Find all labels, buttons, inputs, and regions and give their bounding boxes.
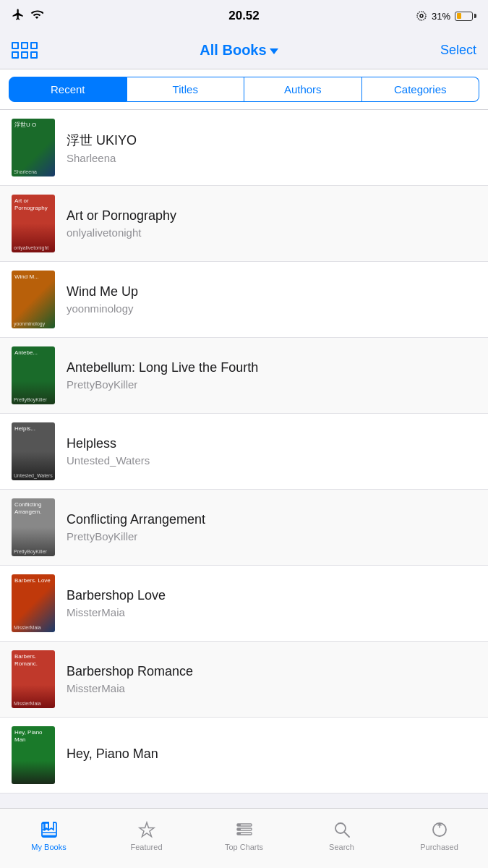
cover-title-text: 浮世U O <box>12 119 55 132</box>
svg-point-0 <box>420 14 423 17</box>
airplane-icon <box>12 8 25 24</box>
book-cover: Hey, Piano Man <box>12 726 55 784</box>
book-author: Sharleena <box>67 152 476 164</box>
dropdown-arrow-icon <box>270 48 278 54</box>
list-item[interactable]: Helpls... Untested_Waters Helpless Untes… <box>0 414 488 490</box>
svg-rect-7 <box>237 833 241 835</box>
tab-bar-item-search[interactable]: Search <box>293 820 390 857</box>
list-item[interactable]: Antebe... PrettyBoyKiller Antebellum: Lo… <box>0 338 488 414</box>
cover-author-text: PrettyBoyKiller <box>14 397 53 402</box>
all-books-label: All Books <box>200 42 266 59</box>
book-title: 浮世 UKIYO <box>67 132 476 149</box>
book-author: Untested_Waters <box>67 454 476 467</box>
search-label: Search <box>329 843 354 851</box>
status-bar: 20.52 31% <box>0 0 488 32</box>
book-title: Barbershop Love <box>67 588 476 603</box>
tab-recent[interactable]: Recent <box>9 77 127 102</box>
cover-title-text: Wind M... <box>12 271 55 284</box>
cover-author-text: MissterMaia <box>14 625 53 630</box>
book-info: Barbershop Love MissterMaia <box>67 588 476 618</box>
featured-icon <box>137 820 157 840</box>
book-cover: Wind M... yoonminology <box>12 271 55 328</box>
top-charts-label: Top Charts <box>225 843 263 851</box>
book-cover: Barbers. Romanc. MissterMaia <box>12 650 55 708</box>
status-left-icons <box>12 8 43 24</box>
cover-author-text: onlyalivetonight <box>14 245 53 250</box>
book-author: onlyalivetonight <box>67 226 476 239</box>
list-item[interactable]: Barbers. Love MissterMaia Barbershop Lov… <box>0 566 488 642</box>
wifi-icon <box>30 8 43 24</box>
status-time: 20.52 <box>228 9 260 23</box>
my-books-label: My Books <box>31 843 66 851</box>
book-cover: 浮世U O Sharleena <box>12 119 55 176</box>
book-info: Barbershop Romance MissterMaia <box>67 664 476 694</box>
battery-icon <box>455 12 476 21</box>
svg-rect-5 <box>237 824 241 826</box>
book-info: 浮世 UKIYO Sharleena <box>67 132 476 164</box>
book-info: Helpless Untested_Waters <box>67 436 476 467</box>
top-charts-icon <box>234 820 254 840</box>
book-info: Art or Pornography onlyalivetonight <box>67 208 476 239</box>
tab-bar-item-top-charts[interactable]: Top Charts <box>195 820 293 857</box>
cover-title-text: Art or Pornography <box>12 195 55 216</box>
tab-titles[interactable]: Titles <box>127 77 245 102</box>
cover-author-text: Untested_Waters <box>14 473 53 478</box>
svg-line-9 <box>344 833 349 838</box>
book-list: 浮世U O Sharleena 浮世 UKIYO Sharleena Art o… <box>0 110 488 793</box>
list-item[interactable]: 浮世U O Sharleena 浮世 UKIYO Sharleena <box>0 110 488 186</box>
cover-title-text: Barbers. Romanc. <box>12 650 55 671</box>
book-cover: Helpls... Untested_Waters <box>12 422 55 480</box>
battery-percent: 31% <box>432 11 450 22</box>
status-right-icons: 31% <box>416 10 476 22</box>
book-author: PrettyBoyKiller <box>67 378 476 391</box>
tab-categories[interactable]: Categories <box>362 77 480 102</box>
cover-title-text: Barbers. Love <box>12 574 55 587</box>
list-item[interactable]: Wind M... yoonminology Wind Me Up yoonmi… <box>0 262 488 338</box>
book-info: Conflicting Arrangement PrettyBoyKiller <box>67 512 476 542</box>
cover-title-text: Conflicting Arrangem. <box>12 498 55 519</box>
all-books-button[interactable]: All Books <box>200 42 278 59</box>
cover-author-text: PrettyBoyKiller <box>14 549 53 554</box>
tab-authors[interactable]: Authors <box>244 77 362 102</box>
book-author: MissterMaia <box>67 682 476 694</box>
featured-label: Featured <box>130 843 162 851</box>
list-item[interactable]: Art or Pornography onlyalivetonight Art … <box>0 186 488 262</box>
select-button[interactable]: Select <box>440 43 476 58</box>
cover-title-text: Hey, Piano Man <box>12 726 55 747</box>
book-cover: Art or Pornography onlyalivetonight <box>12 195 55 252</box>
cover-author-text: yoonminology <box>14 321 53 326</box>
book-title: Barbershop Romance <box>67 664 476 679</box>
search-icon <box>332 820 352 840</box>
tab-bar-item-purchased[interactable]: Purchased <box>390 820 488 857</box>
top-nav: All Books Select <box>0 32 488 69</box>
cover-author-text: Sharleena <box>14 169 53 174</box>
book-author: MissterMaia <box>67 606 476 618</box>
book-cover: Conflicting Arrangem. PrettyBoyKiller <box>12 498 55 556</box>
book-info: Wind Me Up yoonminology <box>67 284 476 315</box>
tab-bar-item-my-books[interactable]: My Books <box>0 820 98 857</box>
book-author: PrettyBoyKiller <box>67 530 476 542</box>
purchased-label: Purchased <box>420 843 458 851</box>
tab-bar-item-featured[interactable]: Featured <box>98 820 195 857</box>
book-title: Art or Pornography <box>67 208 476 224</box>
book-title: Hey, Piano Man <box>67 746 476 762</box>
book-title: Conflicting Arrangement <box>67 512 476 527</box>
book-info: Hey, Piano Man <box>67 746 476 765</box>
svg-point-1 <box>417 12 426 20</box>
book-cover: Barbers. Love MissterMaia <box>12 574 55 632</box>
cover-title-text: Helpls... <box>12 422 55 435</box>
list-item[interactable]: Conflicting Arrangem. PrettyBoyKiller Co… <box>0 490 488 566</box>
book-info: Antebellum: Long Live the Fourth PrettyB… <box>67 360 476 391</box>
book-cover: Antebe... PrettyBoyKiller <box>12 346 55 404</box>
book-title: Antebellum: Long Live the Fourth <box>67 360 476 375</box>
cover-title-text: Antebe... <box>12 346 55 359</box>
svg-rect-6 <box>237 828 241 830</box>
list-item[interactable]: Hey, Piano Man Hey, Piano Man <box>0 718 488 793</box>
grid-view-icon[interactable] <box>12 42 38 59</box>
bottom-tab-bar: My Books Featured Top Charts <box>0 808 488 868</box>
list-item[interactable]: Barbers. Romanc. MissterMaia Barbershop … <box>0 642 488 718</box>
book-author: yoonminology <box>67 302 476 315</box>
book-title: Wind Me Up <box>67 284 476 299</box>
book-title: Helpless <box>67 436 476 451</box>
location-icon <box>416 10 427 22</box>
